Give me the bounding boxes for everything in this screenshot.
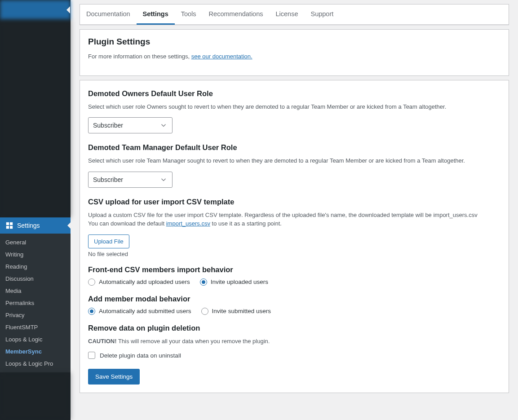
add-modal-radios: Automatically add submitted users Invite… <box>88 308 500 315</box>
frontend-csv-auto-label: Automatically add uploaded users <box>99 279 190 285</box>
sidebar-submenu: GeneralWritingReadingDiscussionMediaPerm… <box>0 234 71 372</box>
demoted-manager-heading: Demoted Team Manager Default User Role <box>88 143 500 152</box>
sidebar-sub-loops-logic[interactable]: Loops & Logic <box>0 333 71 345</box>
intro-desc: For more information on these settings, … <box>88 52 500 61</box>
svg-rect-1 <box>10 222 13 225</box>
sidebar-item-settings[interactable]: Settings <box>0 217 71 234</box>
frontend-csv-auto-radio[interactable] <box>88 279 95 286</box>
tab-bar: DocumentationSettingsToolsRecommendation… <box>80 4 509 25</box>
csv-upload-desc: Upload a custom CSV file for the user im… <box>88 211 500 228</box>
add-modal-invite-label: Invite submitted users <box>212 308 271 314</box>
tab-support[interactable]: Support <box>304 4 340 24</box>
add-modal-auto-label: Automatically add submitted users <box>99 308 191 314</box>
settings-card: Demoted Owners Default User Role Select … <box>80 80 509 393</box>
svg-rect-2 <box>6 226 9 229</box>
sidebar-sub-permalinks[interactable]: Permalinks <box>0 297 71 309</box>
demoted-manager-select[interactable]: Subscriber <box>88 172 173 188</box>
sidebar-sub-membersync[interactable]: MemberSync <box>0 345 71 358</box>
file-status: No file selected <box>88 251 500 257</box>
frontend-csv-heading: Front-end CSV members import behavior <box>88 265 500 274</box>
doc-link[interactable]: see our documentation. <box>191 53 252 60</box>
sidebar-active-arrow <box>67 222 71 229</box>
sidebar-sub-fluentsmtp[interactable]: FluentSMTP <box>0 321 71 333</box>
sidebar-sub-discussion[interactable]: Discussion <box>0 273 71 285</box>
remove-data-desc: CAUTION! This will remove all your data … <box>88 337 500 346</box>
admin-sidebar: Settings GeneralWritingReadingDiscussion… <box>0 0 71 420</box>
frontend-csv-radios: Automatically add uploaded users Invite … <box>88 279 500 286</box>
frontend-csv-invite-label: Invite uploaded users <box>211 279 268 285</box>
sidebar-sub-general[interactable]: General <box>0 236 71 248</box>
sidebar-sub-writing[interactable]: Writing <box>0 248 71 261</box>
add-modal-heading: Add member modal behavior <box>88 295 500 303</box>
csv-upload-heading: CSV upload for user import CSV template <box>88 198 500 206</box>
tab-documentation[interactable]: Documentation <box>80 4 137 24</box>
sidebar-top-highlight <box>0 0 71 20</box>
intro-heading: Plugin Settings <box>88 37 500 47</box>
chevron-down-icon <box>159 121 168 129</box>
save-settings-button[interactable]: Save Settings <box>88 369 140 385</box>
demoted-owners-select[interactable]: Subscriber <box>88 117 173 133</box>
remove-data-heading: Remove data on plugin deletion <box>88 324 500 332</box>
chevron-down-icon <box>159 176 168 184</box>
tab-settings[interactable]: Settings <box>137 4 175 25</box>
demoted-owners-desc: Select which user role Owners sought to … <box>88 102 500 111</box>
csv-default-link[interactable]: import_users.csv <box>166 220 210 227</box>
sidebar-sub-loops-logic-pro[interactable]: Loops & Logic Pro <box>0 358 71 370</box>
sidebar-active-label: Settings <box>17 222 40 229</box>
add-modal-auto-radio[interactable] <box>88 308 95 315</box>
tab-tools[interactable]: Tools <box>175 4 203 24</box>
delete-data-label: Delete plugin data on uninstall <box>100 352 181 359</box>
sidebar-bottom-blur <box>0 372 71 420</box>
main-content: DocumentationSettingsToolsRecommendation… <box>71 0 518 420</box>
demoted-manager-desc: Select which user role Team Manager soug… <box>88 156 500 165</box>
sidebar-blurred-items <box>0 20 71 217</box>
demoted-owners-heading: Demoted Owners Default User Role <box>88 89 500 98</box>
sidebar-sub-privacy[interactable]: Privacy <box>0 309 71 321</box>
tabs-card: DocumentationSettingsToolsRecommendation… <box>80 4 509 25</box>
settings-icon <box>5 221 13 230</box>
tab-license[interactable]: License <box>270 4 305 24</box>
svg-rect-3 <box>10 226 13 229</box>
add-modal-invite-radio[interactable] <box>201 308 208 315</box>
svg-rect-0 <box>6 222 9 225</box>
frontend-csv-invite-radio[interactable] <box>200 279 207 286</box>
delete-data-checkbox[interactable] <box>88 352 95 359</box>
intro-card: Plugin Settings For more information on … <box>80 29 509 76</box>
sidebar-top-arrow <box>66 6 70 13</box>
tab-recommendations[interactable]: Recommendations <box>203 4 270 24</box>
upload-file-button[interactable]: Upload File <box>88 234 129 248</box>
sidebar-sub-media[interactable]: Media <box>0 285 71 297</box>
sidebar-sub-reading[interactable]: Reading <box>0 261 71 273</box>
